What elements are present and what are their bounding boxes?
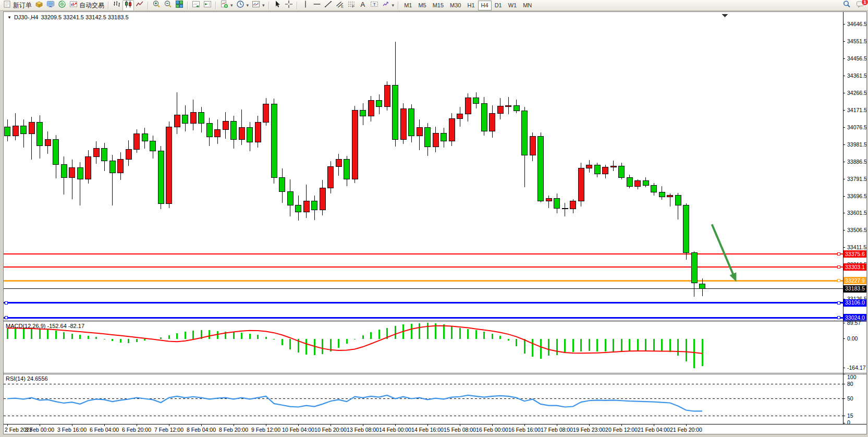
svg-text:33791.5: 33791.5 bbox=[847, 176, 866, 182]
tf-w1-button[interactable]: W1 bbox=[505, 1, 520, 10]
neworder-icon bbox=[3, 0, 11, 10]
rsi-pane[interactable] bbox=[4, 384, 843, 416]
svg-text:34266.5: 34266.5 bbox=[847, 90, 866, 96]
auto-scroll-button[interactable] bbox=[190, 0, 202, 11]
svg-text:34171.5: 34171.5 bbox=[847, 107, 866, 113]
radar-icon bbox=[58, 0, 66, 10]
toolbar-separator bbox=[297, 2, 298, 9]
tf-h4-button[interactable]: H4 bbox=[478, 1, 492, 10]
svg-text:21 Feb 20:00: 21 Feb 20:00 bbox=[670, 427, 702, 433]
notification-badge: 1 bbox=[861, 0, 868, 6]
svg-text:50: 50 bbox=[847, 395, 853, 402]
text-tool-button[interactable]: A bbox=[357, 0, 369, 11]
vertical-line-tool-button[interactable] bbox=[300, 0, 311, 11]
tiles-icon bbox=[175, 0, 184, 10]
tf-mn-button[interactable]: MN bbox=[520, 1, 535, 10]
svg-text:3 Feb 00:00: 3 Feb 00:00 bbox=[25, 427, 54, 433]
svg-text:33106.0: 33106.0 bbox=[845, 299, 865, 306]
toolbar: 新订单自动交易▾▾▾EFAT▾M1M5M15M30H1H4D1W1MN 1 bbox=[0, 0, 868, 11]
chart-shift-button[interactable] bbox=[202, 0, 213, 11]
svg-text:19 Feb 23:00: 19 Feb 23:00 bbox=[573, 427, 605, 433]
svg-text:6 Feb 04:00: 6 Feb 04:00 bbox=[90, 427, 119, 433]
crosshair-tool-button[interactable] bbox=[283, 0, 295, 11]
tf-m1-button[interactable]: M1 bbox=[401, 1, 415, 10]
rsi-axis[interactable]: 1008050150 bbox=[843, 374, 857, 426]
svg-text:20 Feb 12:00: 20 Feb 12:00 bbox=[605, 427, 638, 433]
chart-shift-marker-icon bbox=[722, 14, 728, 17]
gold-ingot-icon-button[interactable] bbox=[33, 0, 45, 11]
pane-separator-1[interactable] bbox=[4, 320, 866, 322]
svg-text:34456.5: 34456.5 bbox=[847, 55, 866, 62]
tf-h1-button[interactable]: H1 bbox=[464, 1, 478, 10]
search-icon bbox=[842, 0, 851, 10]
horizontal-line-tool-button[interactable] bbox=[311, 0, 323, 11]
arrows-tool-button[interactable]: ▾ bbox=[380, 0, 396, 11]
price-axis[interactable]: 34646.534551.534456.534361.534266.534171… bbox=[843, 21, 866, 319]
trend-icon bbox=[324, 0, 333, 10]
svg-text:14 Feb 16:00: 14 Feb 16:00 bbox=[411, 427, 444, 433]
terminal-icon bbox=[46, 0, 55, 10]
svg-text:16 Feb 00:00: 16 Feb 00:00 bbox=[476, 427, 508, 433]
svg-text:F: F bbox=[352, 5, 354, 8]
channel-tool-button[interactable]: E bbox=[334, 0, 346, 11]
cursor-tool-button[interactable] bbox=[272, 0, 283, 11]
text-icon: A bbox=[359, 0, 367, 10]
chevron-down-icon: ▾ bbox=[262, 3, 265, 8]
auto-trading-button[interactable]: 自动交易 bbox=[68, 0, 106, 11]
toolbar-right: 1 bbox=[841, 0, 868, 11]
templates-button[interactable]: ▾ bbox=[250, 0, 266, 11]
zoom-out-button[interactable] bbox=[162, 0, 174, 11]
pane-separator-2[interactable] bbox=[4, 373, 866, 374]
periods-button[interactable]: ▾ bbox=[235, 0, 251, 11]
svg-text:9 Feb 12:00: 9 Feb 12:00 bbox=[251, 427, 280, 433]
tf-m5-button[interactable]: M5 bbox=[415, 1, 429, 10]
macd-axis[interactable]: 89.570.00-164.17 bbox=[843, 320, 866, 371]
zoom-in-button[interactable] bbox=[151, 0, 162, 11]
svg-text:89.57: 89.57 bbox=[847, 320, 861, 326]
label-tool-button[interactable]: T bbox=[369, 0, 380, 11]
svg-text:15 Feb 08:00: 15 Feb 08:00 bbox=[444, 427, 476, 433]
candles-icon bbox=[124, 0, 132, 10]
tile-windows-button[interactable] bbox=[174, 0, 185, 11]
svg-text:7 Feb 12:00: 7 Feb 12:00 bbox=[154, 427, 184, 433]
trend-arrow-annotation[interactable] bbox=[712, 224, 737, 282]
terminal-button[interactable] bbox=[45, 0, 56, 11]
time-axis[interactable]: 2 Feb 20233 Feb 00:003 Feb 16:006 Feb 04… bbox=[4, 424, 866, 433]
svg-text:T: T bbox=[373, 2, 375, 7]
svg-text:100: 100 bbox=[847, 374, 857, 380]
fibonacci-tool-button[interactable]: F bbox=[346, 0, 357, 11]
line-chart-mode-button[interactable] bbox=[134, 0, 145, 11]
horizontal-price-lines[interactable]: 33375.633303.133227.933183.533106.033024… bbox=[4, 250, 866, 321]
mt4-workspace: { "toolbar": { "notification_count": "1"… bbox=[0, 0, 868, 437]
toolbar-separator bbox=[187, 2, 188, 9]
shapes-icon bbox=[382, 0, 390, 10]
svg-text:E: E bbox=[341, 5, 344, 8]
bar-chart-mode-button[interactable] bbox=[111, 0, 123, 11]
tf-m30-button[interactable]: M30 bbox=[447, 1, 464, 10]
svg-text:34646.5: 34646.5 bbox=[847, 21, 866, 27]
trendline-tool-button[interactable] bbox=[323, 0, 334, 11]
chart-canvas[interactable]: 34646.534551.534456.534361.534266.534171… bbox=[4, 12, 866, 434]
svg-text:8 Feb 20:00: 8 Feb 20:00 bbox=[219, 427, 248, 433]
tf-m15-button[interactable]: M15 bbox=[430, 1, 447, 10]
market-radar-button[interactable] bbox=[56, 0, 68, 11]
autotrade-icon bbox=[69, 0, 78, 10]
svg-text:13 Feb 08:00: 13 Feb 08:00 bbox=[347, 427, 379, 433]
bars-icon bbox=[113, 0, 121, 10]
auto-trading-button-label: 自动交易 bbox=[79, 1, 104, 10]
search-button[interactable] bbox=[841, 0, 852, 11]
svg-text:3 Feb 16:00: 3 Feb 16:00 bbox=[57, 427, 87, 433]
line-icon bbox=[136, 0, 144, 10]
svg-text:80: 80 bbox=[847, 381, 853, 387]
chevron-down-icon: ▾ bbox=[247, 3, 249, 8]
candlestick-mode-button[interactable] bbox=[123, 0, 134, 11]
toolbar-separator bbox=[108, 2, 109, 9]
toolbar-separator bbox=[268, 2, 270, 9]
indicators-button[interactable]: ▾ bbox=[218, 0, 235, 11]
tf-d1-button[interactable]: D1 bbox=[492, 1, 505, 10]
macd-pane[interactable] bbox=[7, 323, 703, 368]
toolbar-separator bbox=[215, 2, 216, 9]
new-order-button[interactable]: 新订单 bbox=[2, 0, 33, 11]
svg-text:34361.5: 34361.5 bbox=[847, 72, 866, 79]
notifications-button[interactable]: 1 bbox=[854, 0, 866, 11]
